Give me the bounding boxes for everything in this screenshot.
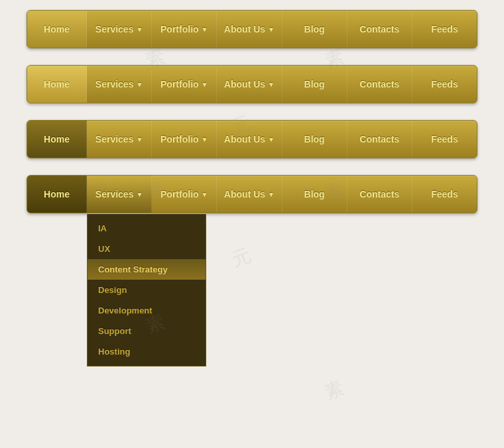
navbar-1: Home Services ▼ Portfolio ▼ About Us ▼ B…: [27, 10, 477, 48]
nav-home-4[interactable]: Home: [27, 176, 87, 213]
services-label-1: Services: [95, 24, 134, 34]
dropdown-ia[interactable]: IA: [88, 218, 206, 239]
aboutus-chevron-2: ▼: [268, 81, 275, 88]
nav-aboutus-4[interactable]: About Us ▼: [217, 176, 282, 213]
nav-aboutus-1[interactable]: About Us ▼: [217, 11, 282, 48]
dropdown-support[interactable]: Support: [88, 321, 206, 341]
services-chevron-1: ▼: [136, 26, 143, 33]
nav-services-3[interactable]: Services ▼: [87, 121, 152, 158]
nav-feeds-1[interactable]: Feeds: [412, 11, 477, 48]
portfolio-chevron-4: ▼: [202, 191, 208, 198]
dropdown-design[interactable]: Design: [88, 280, 206, 300]
portfolio-chevron-1: ▼: [202, 26, 208, 33]
nav-blog-1[interactable]: Blog: [283, 11, 347, 48]
nav-contacts-1[interactable]: Contacts: [347, 11, 412, 48]
services-chevron-2: ▼: [136, 81, 143, 88]
nav-contacts-4[interactable]: Contacts: [347, 176, 412, 213]
dropdown-development[interactable]: Development: [88, 300, 206, 321]
watermark-8: 素: [321, 375, 347, 405]
home-label-1: Home: [44, 24, 70, 34]
blog-label-2: Blog: [304, 79, 325, 89]
feeds-label-4: Feeds: [431, 189, 458, 199]
nav-home-1[interactable]: Home: [27, 11, 87, 48]
portfolio-label-3: Portfolio: [160, 134, 199, 144]
home-label-3: Home: [44, 134, 70, 144]
dropdown-hosting[interactable]: Hosting: [88, 341, 206, 362]
portfolio-chevron-3: ▼: [202, 136, 208, 143]
nav-feeds-4[interactable]: Feeds: [412, 176, 477, 213]
dropdown-content-strategy[interactable]: Content Strategy: [88, 259, 206, 280]
dropdown-ux[interactable]: UX: [88, 239, 206, 259]
aboutus-label-4: About Us: [224, 189, 265, 199]
aboutus-label-3: About Us: [224, 134, 265, 144]
nav-portfolio-3[interactable]: Portfolio ▼: [152, 121, 217, 158]
portfolio-chevron-2: ▼: [202, 81, 208, 88]
navbar-2: Home Services ▼ Portfolio ▼ About Us ▼ B…: [27, 65, 477, 103]
feeds-label-1: Feeds: [431, 24, 458, 34]
contacts-label-4: Contacts: [359, 189, 399, 199]
services-chevron-3: ▼: [136, 136, 143, 143]
nav-blog-4[interactable]: Blog: [283, 176, 347, 213]
nav-feeds-3[interactable]: Feeds: [412, 121, 477, 158]
contacts-label-2: Contacts: [359, 79, 399, 89]
nav-services-4[interactable]: Services ▼ IA UX Content Strategy Design: [87, 176, 152, 213]
aboutus-chevron-1: ▼: [268, 26, 275, 33]
navbar-3: Home Services ▼ Portfolio ▼ About Us ▼ B…: [27, 120, 477, 158]
services-dropdown: IA UX Content Strategy Design Developmen…: [87, 214, 206, 366]
watermark-6: 元: [228, 243, 254, 272]
feeds-label-3: Feeds: [431, 134, 458, 144]
nav-home-3[interactable]: Home: [27, 121, 87, 158]
navbar-4: Home Services ▼ IA UX Content Strategy: [27, 175, 477, 213]
portfolio-label-2: Portfolio: [160, 79, 199, 89]
nav-blog-3[interactable]: Blog: [283, 121, 347, 158]
aboutus-label-2: About Us: [224, 79, 265, 89]
services-chevron-4: ▼: [136, 191, 143, 198]
dropdown-menu: IA UX Content Strategy Design Developmen…: [87, 214, 206, 366]
services-label-2: Services: [95, 79, 134, 89]
nav-portfolio-4[interactable]: Portfolio ▼: [152, 176, 217, 213]
nav-blog-2[interactable]: Blog: [283, 66, 347, 103]
nav-contacts-2[interactable]: Contacts: [347, 66, 412, 103]
nav-contacts-3[interactable]: Contacts: [347, 121, 412, 158]
nav-aboutus-3[interactable]: About Us ▼: [217, 121, 282, 158]
portfolio-label-1: Portfolio: [160, 24, 199, 34]
contacts-label-1: Contacts: [359, 24, 399, 34]
aboutus-label-1: About Us: [224, 24, 265, 34]
nav-aboutus-2[interactable]: About Us ▼: [217, 66, 282, 103]
nav-services-1[interactable]: Services ▼: [87, 11, 152, 48]
blog-label-1: Blog: [304, 24, 325, 34]
services-label-3: Services: [95, 134, 134, 144]
nav-feeds-2[interactable]: Feeds: [412, 66, 477, 103]
nav-home-2[interactable]: Home: [27, 66, 87, 103]
portfolio-label-4: Portfolio: [160, 189, 199, 199]
nav-portfolio-1[interactable]: Portfolio ▼: [152, 11, 217, 48]
services-label-4: Services: [95, 189, 134, 199]
nav-services-2[interactable]: Services ▼: [87, 66, 152, 103]
aboutus-chevron-3: ▼: [268, 136, 275, 143]
nav-portfolio-2[interactable]: Portfolio ▼: [152, 66, 217, 103]
blog-label-4: Blog: [304, 189, 325, 199]
contacts-label-3: Contacts: [359, 134, 399, 144]
home-label-4: Home: [44, 189, 70, 199]
home-label-2: Home: [44, 79, 70, 89]
blog-label-3: Blog: [304, 134, 325, 144]
aboutus-chevron-4: ▼: [268, 191, 275, 198]
feeds-label-2: Feeds: [431, 79, 458, 89]
